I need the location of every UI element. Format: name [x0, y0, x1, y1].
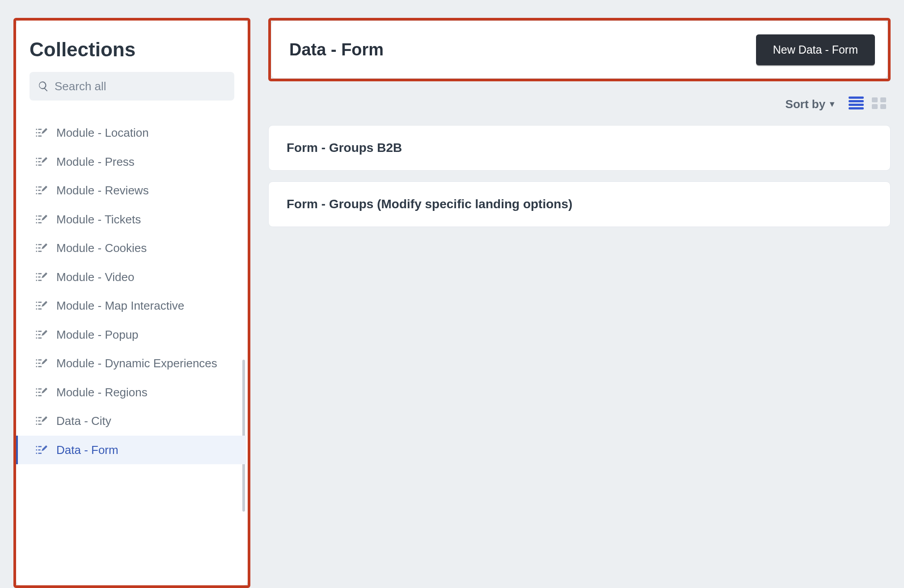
svg-rect-5 — [880, 97, 886, 102]
sidebar-item-label: Module - Video — [56, 270, 134, 285]
sidebar-item-label: Module - Reviews — [56, 183, 149, 198]
collection-icon — [35, 241, 48, 255]
sidebar-item-label: Module - Regions — [56, 385, 148, 400]
sidebar-title: Collections — [16, 34, 248, 72]
sidebar-item-label: Data - City — [56, 414, 111, 428]
sidebar-item[interactable]: Module - Reviews — [16, 176, 246, 205]
sidebar-item-label: Module - Popup — [56, 328, 139, 342]
svg-rect-3 — [849, 107, 864, 109]
collections-list: Module - LocationModule - PressModule - … — [16, 114, 248, 585]
collection-icon — [35, 270, 48, 284]
collection-icon — [35, 443, 48, 457]
sidebar-item-label: Data - Form — [56, 443, 118, 458]
sidebar-item[interactable]: Module - Dynamic Experiences — [16, 349, 246, 378]
sidebar-item[interactable]: Module - Regions — [16, 378, 246, 407]
collection-icon — [35, 357, 48, 370]
sidebar: Collections Module - LocationModule - Pr… — [16, 21, 248, 585]
sort-by-label: Sort by — [786, 97, 826, 111]
svg-rect-0 — [849, 97, 864, 99]
svg-rect-7 — [880, 104, 886, 109]
app-root: Collections Module - LocationModule - Pr… — [0, 0, 904, 588]
header-highlight-box: Data - Form New Data - Form — [268, 18, 891, 81]
sidebar-item[interactable]: Module - Video — [16, 263, 246, 292]
sidebar-item[interactable]: Module - Press — [16, 147, 246, 176]
collection-icon — [35, 299, 48, 312]
page-header: Data - Form New Data - Form — [271, 21, 888, 79]
sidebar-item-label: Module - Map Interactive — [56, 298, 184, 313]
view-mode-toggle — [849, 97, 886, 112]
search-icon — [38, 80, 49, 92]
sidebar-item[interactable]: Module - Popup — [16, 320, 246, 349]
sidebar-item-label: Module - Press — [56, 155, 135, 169]
search-input[interactable] — [55, 80, 226, 93]
sidebar-item-label: Module - Location — [56, 126, 149, 140]
chevron-down-icon: ▼ — [828, 100, 836, 109]
sort-by-dropdown[interactable]: Sort by ▼ — [786, 97, 836, 111]
grid-icon — [872, 97, 886, 110]
entries-list: Form - Groups B2BForm - Groups (Modify s… — [268, 125, 891, 227]
main-panel: Data - Form New Data - Form Sort by ▼ — [268, 18, 891, 588]
collection-icon — [35, 155, 48, 168]
collection-icon — [35, 126, 48, 139]
svg-rect-4 — [872, 97, 878, 102]
sidebar-item-label: Module - Dynamic Experiences — [56, 356, 217, 371]
new-entry-button[interactable]: New Data - Form — [756, 34, 875, 65]
sidebar-item[interactable]: Module - Location — [16, 118, 246, 147]
sidebar-item-label: Module - Cookies — [56, 241, 147, 256]
collection-icon — [35, 328, 48, 341]
grid-view-button[interactable] — [872, 97, 886, 112]
sidebar-item[interactable]: Module - Cookies — [16, 234, 246, 263]
sidebar-item[interactable]: Module - Map Interactive — [16, 291, 246, 320]
svg-rect-1 — [849, 100, 864, 102]
collection-icon — [35, 414, 48, 428]
list-toolbar: Sort by ▼ — [268, 81, 891, 125]
list-icon — [849, 97, 864, 110]
page-title: Data - Form — [289, 40, 384, 59]
list-view-button[interactable] — [849, 97, 864, 112]
entry-row[interactable]: Form - Groups B2B — [268, 125, 891, 171]
collection-icon — [35, 213, 48, 226]
sidebar-item[interactable]: Data - Form — [16, 436, 246, 465]
svg-rect-2 — [849, 104, 864, 106]
entry-row[interactable]: Form - Groups (Modify specific landing o… — [268, 181, 891, 227]
collection-icon — [35, 386, 48, 399]
search-field[interactable] — [30, 72, 234, 101]
svg-rect-6 — [872, 104, 878, 109]
collection-icon — [35, 184, 48, 197]
sidebar-item[interactable]: Module - Tickets — [16, 205, 246, 234]
sidebar-item[interactable]: Data - City — [16, 407, 246, 436]
sidebar-item-label: Module - Tickets — [56, 212, 141, 227]
sidebar-highlight-box: Collections Module - LocationModule - Pr… — [13, 18, 250, 588]
